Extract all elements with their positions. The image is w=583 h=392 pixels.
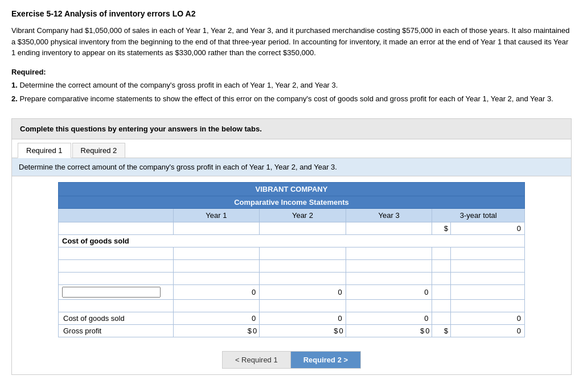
row7-year1-cell[interactable] bbox=[173, 300, 260, 312]
row7-year3-input[interactable] bbox=[358, 302, 429, 310]
row7-year2-cell[interactable] bbox=[260, 300, 346, 312]
row3-label-cell[interactable] bbox=[59, 247, 174, 260]
row5-year2-cell[interactable] bbox=[260, 273, 346, 285]
cogs-result-total-prefix bbox=[432, 312, 451, 325]
gp-y2-value: 0 bbox=[339, 327, 343, 335]
table-row: $ 0 bbox=[59, 222, 525, 235]
row5-total-cell bbox=[450, 273, 524, 285]
row7-year2-input[interactable] bbox=[271, 302, 342, 310]
exercise-title: Exercise 5-12 Analysis of inventory erro… bbox=[11, 9, 572, 18]
col-header-year3: Year 3 bbox=[346, 209, 432, 222]
row4-year2-cell[interactable] bbox=[260, 260, 346, 273]
gross-profit-year2-dollar: $ 0 bbox=[260, 325, 346, 337]
cogs-result-total: 0 bbox=[450, 312, 524, 325]
required-item-1: 1. Determine the correct amount of the c… bbox=[11, 80, 572, 91]
table-row bbox=[59, 260, 525, 273]
tabs-row: Required 1 Required 2 bbox=[12, 139, 571, 158]
row1-year1-cell[interactable] bbox=[173, 222, 260, 235]
row3-year3-input[interactable] bbox=[358, 249, 429, 258]
row5-year2-input[interactable] bbox=[271, 274, 342, 283]
subtotal-label-input[interactable] bbox=[62, 287, 161, 298]
row3-year3-cell[interactable] bbox=[346, 247, 432, 260]
row1-year2-cell[interactable] bbox=[260, 222, 346, 235]
complete-box: Complete this questions by entering your… bbox=[11, 118, 572, 139]
row5-year1-cell[interactable] bbox=[173, 273, 260, 285]
gp-y3-dollar-sign: $ bbox=[420, 327, 424, 335]
row3-year1-input[interactable] bbox=[184, 249, 256, 258]
required-item-2: 2. Prepare comparative income statements… bbox=[11, 93, 572, 105]
cogs-result-year3: 0 bbox=[346, 312, 432, 325]
cogs-result-year1: 0 bbox=[173, 312, 260, 325]
row4-year2-input[interactable] bbox=[271, 262, 342, 270]
row5-year3-input[interactable] bbox=[358, 274, 429, 283]
gp-y3-value: 0 bbox=[425, 327, 429, 335]
row4-total-prefix bbox=[432, 260, 451, 273]
gross-profit-row: Gross profit $ 0 $ 0 bbox=[59, 325, 525, 337]
row5-label-cell[interactable] bbox=[59, 273, 174, 285]
tab-content-header: Determine the correct amount of the comp… bbox=[12, 158, 571, 176]
table-row bbox=[59, 273, 525, 285]
cogs-result-label: Cost of goods sold bbox=[59, 312, 174, 325]
cogs-section-label: Cost of goods sold bbox=[59, 235, 525, 247]
gp-y1-dollar-sign: $ bbox=[248, 327, 252, 335]
row4-label-cell[interactable] bbox=[59, 260, 174, 273]
company-name-header: VIBRANT COMPANY bbox=[59, 183, 525, 196]
row1-label-cell[interactable] bbox=[59, 222, 174, 235]
row3-year2-cell[interactable] bbox=[260, 247, 346, 260]
row1-label-input[interactable] bbox=[62, 224, 164, 233]
table-subtitle: Comparative Income Statements bbox=[59, 196, 525, 209]
row5-year3-cell[interactable] bbox=[346, 273, 432, 285]
required-label: Required: bbox=[11, 68, 46, 76]
gross-profit-label: Gross profit bbox=[59, 325, 174, 337]
row1-dollar-sign: $ bbox=[432, 222, 451, 235]
row7-total-prefix bbox=[432, 300, 451, 312]
tab-required-1[interactable]: Required 1 bbox=[18, 143, 71, 158]
prev-button[interactable]: < Required 1 bbox=[222, 351, 290, 369]
table-row bbox=[59, 300, 525, 312]
income-statement-table: VIBRANT COMPANY Comparative Income State… bbox=[58, 182, 525, 337]
row5-label-input[interactable] bbox=[62, 274, 164, 283]
row4-year1-input[interactable] bbox=[184, 262, 256, 270]
row4-year3-input[interactable] bbox=[358, 262, 429, 270]
row5-year1-input[interactable] bbox=[184, 274, 256, 283]
next-button[interactable]: Required 2 > bbox=[290, 351, 361, 369]
subtotal-row: 0 0 0 bbox=[59, 285, 525, 300]
row1-year3-cell[interactable] bbox=[346, 222, 432, 235]
row1-year2-input[interactable] bbox=[271, 224, 342, 233]
row1-total-cell: 0 bbox=[450, 222, 524, 235]
bottom-nav: < Required 1 Required 2 > bbox=[12, 343, 571, 374]
gross-profit-year3-dollar: $ 0 bbox=[346, 325, 432, 337]
subtotal-label-cell[interactable] bbox=[59, 285, 174, 300]
row5-total-prefix bbox=[432, 273, 451, 285]
row4-label-input[interactable] bbox=[62, 262, 164, 270]
intro-text: Vibrant Company had $1,050,000 of sales … bbox=[11, 25, 572, 59]
row1-year3-input[interactable] bbox=[358, 224, 429, 233]
gp-total-dollar: $ bbox=[432, 325, 451, 337]
row4-year3-cell[interactable] bbox=[346, 260, 432, 273]
row3-label-input[interactable] bbox=[62, 249, 164, 258]
col-header-year2: Year 2 bbox=[260, 209, 346, 222]
row7-year3-cell[interactable] bbox=[346, 300, 432, 312]
tab-required-2[interactable]: Required 2 bbox=[72, 143, 126, 158]
col-header-year1: Year 1 bbox=[173, 209, 260, 222]
subtotal-total-prefix bbox=[432, 285, 451, 300]
gp-total-value: 0 bbox=[450, 325, 524, 337]
cogs-result-row: Cost of goods sold 0 0 0 0 bbox=[59, 312, 525, 325]
row7-label-input[interactable] bbox=[62, 302, 164, 310]
subtotal-total-cell bbox=[450, 285, 524, 300]
subtotal-year2: 0 bbox=[260, 285, 346, 300]
row1-year1-input[interactable] bbox=[184, 224, 256, 233]
subtotal-year1: 0 bbox=[173, 285, 260, 300]
subtotal-year3: 0 bbox=[346, 285, 432, 300]
col-header-total: 3-year total bbox=[432, 209, 525, 222]
row7-year1-input[interactable] bbox=[184, 302, 256, 310]
gp-y1-value: 0 bbox=[253, 327, 257, 335]
row3-year2-input[interactable] bbox=[271, 249, 342, 258]
gross-profit-year1-dollar: $ 0 bbox=[173, 325, 260, 337]
table-row bbox=[59, 247, 525, 260]
row3-year1-cell[interactable] bbox=[173, 247, 260, 260]
col-header-label bbox=[59, 209, 174, 222]
row7-label-cell[interactable] bbox=[59, 300, 174, 312]
row4-year1-cell[interactable] bbox=[173, 260, 260, 273]
row3-total-prefix bbox=[432, 247, 451, 260]
